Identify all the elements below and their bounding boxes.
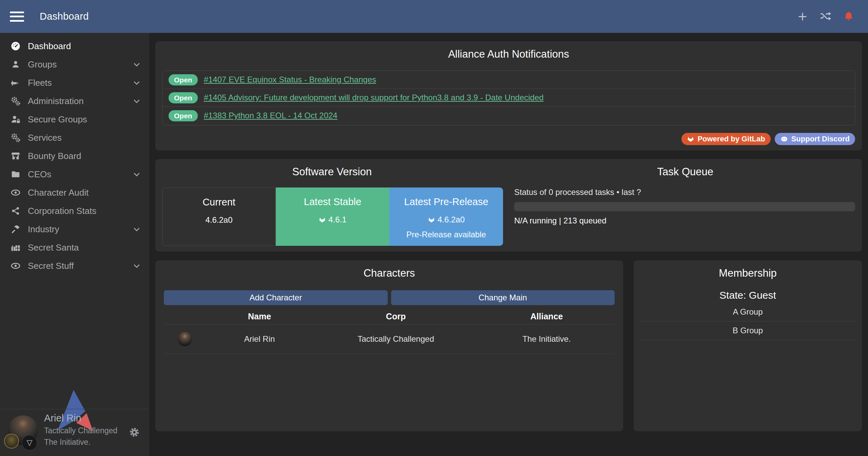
sidebar-item-secure-groups[interactable]: Secure Groups xyxy=(0,110,149,128)
hammer-icon xyxy=(8,224,23,234)
add-icon[interactable] xyxy=(796,10,809,23)
gitlab-icon xyxy=(319,216,326,223)
chevron-down-icon xyxy=(132,60,141,69)
notification-link[interactable]: #1407 EVE Equinox Status - Breaking Chan… xyxy=(204,75,376,84)
add-character-button[interactable]: Add Character xyxy=(164,290,388,305)
store-icon xyxy=(8,151,23,161)
chevron-down-icon xyxy=(132,261,141,270)
membership-state: State: Guest xyxy=(634,290,862,301)
membership-group: B Group xyxy=(640,321,855,340)
notifications-list: Open #1407 EVE Equinox Status - Breaking… xyxy=(162,71,855,125)
membership-group-list: A Group B Group xyxy=(640,303,855,340)
hamburger-menu-icon[interactable] xyxy=(10,12,24,22)
notification-link[interactable]: #1405 Advisory: Future development will … xyxy=(204,93,544,102)
corp-logo-badge xyxy=(4,434,19,449)
sidebar-item-bounty-board[interactable]: Bounty Board xyxy=(0,147,149,165)
version-stable-label: Latest Stable xyxy=(276,196,389,207)
shuffle-icon[interactable] xyxy=(819,10,832,23)
user-name: Ariel Rin xyxy=(44,413,117,424)
header-name: Name xyxy=(206,312,313,321)
user-icon xyxy=(8,60,23,69)
sidebar-item-label: Secret Stuff xyxy=(28,261,74,271)
gitlab-badge[interactable]: Powered by GitLab xyxy=(681,133,770,145)
character-row: Ariel Rin Tactically Challenged The Init… xyxy=(164,324,615,354)
sidebar-item-dashboard[interactable]: Dashboard xyxy=(0,37,149,55)
task-queue-title: Task Queue xyxy=(509,166,862,178)
status-badge: Open xyxy=(169,92,198,103)
gitlab-icon xyxy=(428,216,435,223)
version-stable: Latest Stable 4.6.1 xyxy=(276,187,389,246)
chevron-down-icon xyxy=(132,78,141,87)
sidebar-item-label: Character Audit xyxy=(28,187,89,198)
eye-icon xyxy=(8,261,23,271)
characters-table: Name Corp Alliance Ariel Rin Tactically … xyxy=(164,309,615,354)
space-shuttle-icon xyxy=(8,78,23,88)
character-alliance: The Initiative. xyxy=(479,334,615,344)
version-boxes: Current 4.6.2a0 Latest Stable 4.6.1 Late… xyxy=(162,187,503,246)
task-queue-status: Status of 0 processed tasks • last ? xyxy=(514,187,641,197)
user-corp: Tactically Challenged xyxy=(44,426,117,435)
settings-gear-icon[interactable] xyxy=(129,427,140,438)
share-nodes-icon xyxy=(8,206,23,216)
sidebar-item-ceos[interactable]: CEOs xyxy=(0,165,149,183)
status-badge: Open xyxy=(169,110,198,121)
user-card: ▽ Ariel Rin Tactically Challenged The In… xyxy=(0,409,149,456)
software-taskqueue-panel: Software Version Task Queue Current 4.6.… xyxy=(155,159,862,252)
sidebar-item-label: Secure Groups xyxy=(28,114,87,125)
user-lock-icon xyxy=(8,114,23,124)
eye-icon xyxy=(8,187,23,198)
version-prerelease-note: Pre-Release available xyxy=(389,230,503,239)
sidebar-item-corporation-stats[interactable]: Corporation Stats xyxy=(0,202,149,220)
sidebar-item-label: Dashboard xyxy=(28,41,71,52)
sidebar-item-character-audit[interactable]: Character Audit xyxy=(0,183,149,202)
character-corp: Tactically Challenged xyxy=(313,334,479,344)
membership-title: Membership xyxy=(634,260,862,279)
character-portrait xyxy=(178,332,192,346)
notification-row: Open #1383 Python 3.8 EOL - 14 Oct 2024 xyxy=(162,106,855,124)
notification-link[interactable]: #1383 Python 3.8 EOL - 14 Oct 2024 xyxy=(204,111,337,120)
sidebar-item-label: Secret Santa xyxy=(28,242,79,253)
chevron-down-icon xyxy=(132,97,141,105)
user-alliance: The Initiative. xyxy=(44,438,117,447)
membership-panel: Membership State: Guest A Group B Group xyxy=(634,260,862,431)
characters-table-header: Name Corp Alliance xyxy=(164,309,615,324)
sidebar-item-secret-stuff[interactable]: Secret Stuff xyxy=(0,257,149,275)
version-prerelease-label: Latest Pre-Release xyxy=(389,196,503,207)
chevron-down-icon xyxy=(132,170,141,179)
discord-badge-label: Support Discord xyxy=(791,135,850,143)
change-main-button[interactable]: Change Main xyxy=(391,290,615,305)
task-queue-summary: N/A running | 213 queued xyxy=(514,216,606,225)
sidebar-item-administration[interactable]: Administration xyxy=(0,92,149,110)
notification-bell-icon[interactable] xyxy=(842,10,855,23)
notifications-title: Alliance Auth Notifications xyxy=(155,41,862,60)
notification-row: Open #1405 Advisory: Future development … xyxy=(162,88,855,106)
sidebar-item-label: CEOs xyxy=(28,169,51,180)
sidebar-item-industry[interactable]: Industry xyxy=(0,220,149,238)
notifications-panel: Alliance Auth Notifications Open #1407 E… xyxy=(155,41,862,151)
software-version-title: Software Version xyxy=(155,166,509,178)
alliance-logo-badge: ▽ xyxy=(22,435,37,451)
sidebar-item-label: Industry xyxy=(28,224,59,235)
sidebar-item-label: Services xyxy=(28,133,62,143)
discord-icon xyxy=(780,135,788,143)
folder-icon xyxy=(8,169,23,179)
sidebar-item-secret-santa[interactable]: Secret Santa xyxy=(0,238,149,257)
gitlab-badge-label: Powered by GitLab xyxy=(697,135,765,143)
gifts-icon xyxy=(8,242,23,253)
characters-panel: Characters Add Character Change Main Nam… xyxy=(155,260,623,431)
version-current: Current 4.6.2a0 xyxy=(162,187,276,246)
sidebar-item-label: Groups xyxy=(28,59,57,70)
discord-badge[interactable]: Support Discord xyxy=(775,133,855,145)
version-prerelease-value: 4.6.2a0 xyxy=(438,215,465,224)
version-current-value: 4.6.2a0 xyxy=(162,215,275,225)
status-badge: Open xyxy=(169,74,198,85)
sidebar-item-label: Administration xyxy=(28,96,84,106)
sidebar-item-services[interactable]: Services xyxy=(0,128,149,147)
header-alliance: Alliance xyxy=(479,312,615,321)
header-corp: Corp xyxy=(313,312,479,321)
sidebar-item-groups[interactable]: Groups xyxy=(0,55,149,74)
sidebar-item-label: Bounty Board xyxy=(28,151,81,161)
character-name: Ariel Rin xyxy=(206,334,313,344)
membership-group: A Group xyxy=(640,303,855,321)
sidebar-item-fleets[interactable]: Fleets xyxy=(0,74,149,92)
